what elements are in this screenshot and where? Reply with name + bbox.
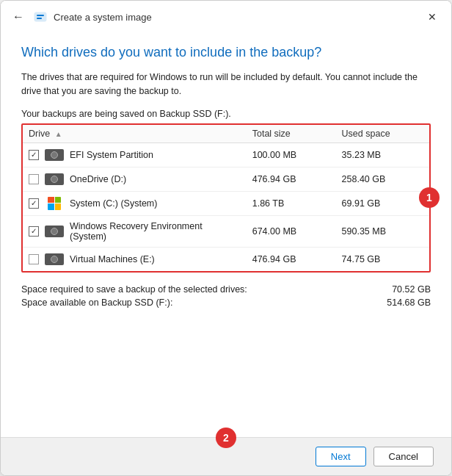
drive-total-1: 476.94 GB <box>247 167 336 191</box>
summary-row-1: Space available on Backup SSD (F:):514.6… <box>21 296 431 309</box>
drive-used-4: 74.75 GB <box>336 247 429 271</box>
summary-label-1: Space available on Backup SSD (F:): <box>21 298 365 308</box>
drive-cell-4: Virtual Machines (E:) <box>29 253 241 266</box>
close-button[interactable]: ✕ <box>422 7 442 27</box>
drive-total-4: 476.94 GB <box>247 247 336 271</box>
badge-2: 2 <box>216 428 236 448</box>
main-content: Which drives do you want to include in t… <box>1 33 451 437</box>
drive-checkbox-4[interactable] <box>29 254 39 264</box>
sort-arrow-icon: ▲ <box>55 130 62 138</box>
window-title: Create a system image <box>54 12 152 23</box>
svg-rect-2 <box>37 18 42 19</box>
summary-section: Space required to save a backup of the s… <box>21 283 431 309</box>
hdd-icon <box>45 226 64 237</box>
drive-used-1: 258.40 GB <box>336 167 429 191</box>
next-button[interactable]: Next <box>316 447 366 466</box>
windows-icon <box>48 197 61 210</box>
page-title: Which drives do you want to include in t… <box>21 45 431 60</box>
drive-total-2: 1.86 TB <box>247 191 336 215</box>
table-row: Windows Recovery Environment (System)674… <box>23 215 429 247</box>
drive-checkbox-0 <box>29 150 39 160</box>
drives-table: Drive ▲ Total size Used space EFI System… <box>23 125 429 271</box>
table-row: System (C:) (System)1.86 TB69.91 GB <box>23 191 429 215</box>
drive-total-0: 100.00 MB <box>247 143 336 167</box>
cancel-button[interactable]: Cancel <box>373 447 434 466</box>
drive-icon-0 <box>44 148 65 162</box>
drive-name-2: System (C:) (System) <box>70 198 157 209</box>
hdd-icon <box>45 173 64 185</box>
drive-name-3: Windows Recovery Environment (System) <box>70 221 241 242</box>
drive-used-3: 590.35 MB <box>336 215 429 247</box>
drive-cell-3: Windows Recovery Environment (System) <box>29 221 241 242</box>
table-row: OneDrive (D:)476.94 GB258.40 GB <box>23 167 429 191</box>
table-row: EFI System Partition100.00 MB35.23 MB <box>23 143 429 167</box>
drive-checkbox-1[interactable] <box>29 174 39 184</box>
drive-cell-2: System (C:) (System) <box>29 197 241 210</box>
hdd-icon <box>45 253 64 265</box>
summary-value-0: 70.52 GB <box>365 284 431 295</box>
badge-1: 1 <box>419 187 440 208</box>
description-text: The drives that are required for Windows… <box>21 71 431 98</box>
drive-name-1: OneDrive (D:) <box>70 174 126 184</box>
drives-table-container: 1 Drive ▲ Total size Used space EFI Syst… <box>21 123 431 273</box>
drive-icon-1 <box>44 173 65 186</box>
drive-checkbox-3 <box>29 226 39 237</box>
summary-row-0: Space required to save a backup of the s… <box>21 283 431 296</box>
drive-icon-2 <box>44 197 65 210</box>
svg-rect-0 <box>34 12 46 21</box>
window: ← Create a system image ✕ Which drives d… <box>0 0 452 476</box>
svg-rect-1 <box>37 15 44 16</box>
title-bar: ← Create a system image ✕ <box>1 1 451 33</box>
column-header-drive: Drive ▲ <box>23 125 247 143</box>
drive-cell-1: OneDrive (D:) <box>29 173 241 186</box>
summary-value-1: 514.68 GB <box>365 298 431 308</box>
column-header-total: Total size <box>247 125 336 143</box>
drive-icon-4 <box>44 253 65 266</box>
drive-cell-0: EFI System Partition <box>29 148 241 162</box>
summary-label-0: Space required to save a backup of the s… <box>21 284 365 295</box>
title-bar-left: ← Create a system image <box>10 8 152 26</box>
table-row: Virtual Machines (E:)476.94 GB74.75 GB <box>23 247 429 271</box>
column-header-used: Used space <box>336 125 429 143</box>
drive-total-3: 674.00 MB <box>247 215 336 247</box>
back-button[interactable]: ← <box>10 8 27 26</box>
drive-name-4: Virtual Machines (E:) <box>70 254 155 264</box>
drive-used-2: 69.91 GB <box>336 191 429 215</box>
system-image-icon <box>33 10 48 24</box>
backup-info-text: Your backups are being saved on Backup S… <box>21 109 431 119</box>
footer: 2 Next Cancel <box>1 437 451 475</box>
drive-checkbox-2 <box>29 198 39 209</box>
drive-icon-3 <box>44 225 65 238</box>
hdd-icon <box>45 149 64 161</box>
drive-used-0: 35.23 MB <box>336 143 429 167</box>
drive-name-0: EFI System Partition <box>70 150 153 160</box>
